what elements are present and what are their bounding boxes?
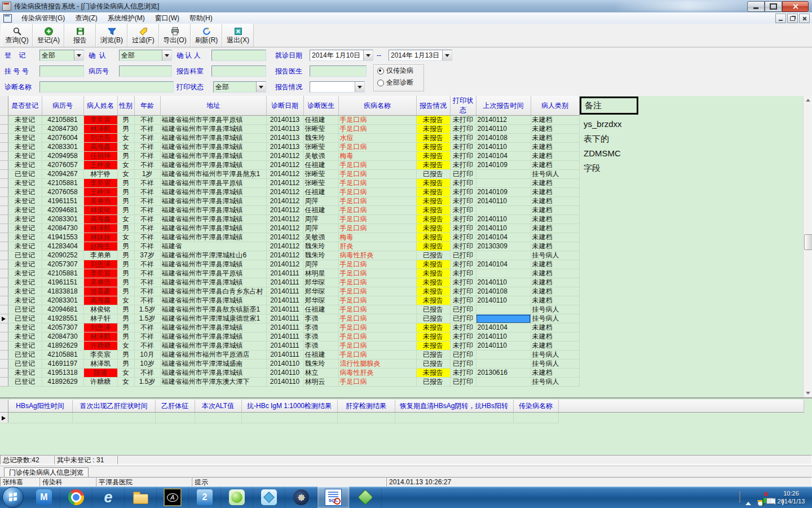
mdi-close-button[interactable]: [799, 14, 810, 23]
cell-last-report-time[interactable]: 20140110: [476, 143, 531, 152]
row-gutter[interactable]: [0, 152, 8, 161]
cell-diagnosis-date[interactable]: 20140113: [266, 116, 303, 125]
cell-registered[interactable]: 已登记: [8, 251, 42, 260]
cell-disease-name[interactable]: 肝炎: [338, 242, 416, 251]
row-gutter[interactable]: [0, 233, 8, 242]
cell-address[interactable]: 福建省福州市平潭潭城桂山6: [160, 251, 266, 260]
mdi-minimize-button[interactable]: [775, 14, 786, 23]
cell-age[interactable]: 不祥: [134, 233, 160, 242]
cell-last-report-time[interactable]: [476, 269, 531, 278]
keyboard-icon[interactable]: [739, 492, 740, 502]
cell-address[interactable]: 福建省福州市平潭县潭城镇: [160, 161, 266, 170]
row-gutter[interactable]: [0, 287, 8, 296]
cell-diagnosis-date[interactable]: 20140112: [266, 188, 303, 197]
cell-patient-category[interactable]: 未建档: [531, 323, 579, 332]
cell-age[interactable]: 不祥: [134, 269, 160, 278]
cell-last-report-time[interactable]: [476, 170, 531, 179]
cell-address[interactable]: 福建省福州市平潭县潭城镇: [160, 206, 266, 215]
cell-patient-name[interactable]: 林宇铮: [83, 170, 117, 179]
cell-patient-name[interactable]: 吴睿浩: [83, 278, 117, 287]
cell-address[interactable]: 福建省福州市平潭县敖东镇新垄1: [160, 305, 266, 314]
cell-registered[interactable]: 已登记: [8, 351, 42, 360]
cell-diagnosis-date[interactable]: 20140112: [266, 206, 303, 215]
cell-diagnosis-doctor[interactable]: 李强: [303, 323, 338, 332]
cell-disease-name[interactable]: 水痘: [338, 134, 416, 143]
cell-age[interactable]: 不祥: [134, 224, 160, 233]
cell-case-no[interactable]: 41892629: [42, 378, 83, 387]
cell-diagnosis-date[interactable]: 20140111: [266, 341, 303, 351]
cell-print-status[interactable]: 已打印: [450, 314, 476, 323]
taskbar-clock[interactable]: 10:26 2014/1/13: [773, 487, 810, 508]
cell-diagnosis-doctor[interactable]: 李强: [303, 341, 338, 351]
cell-print-status[interactable]: 未打印: [450, 206, 476, 215]
cell-address[interactable]: 福建省福州市平潭县潭城镇: [160, 152, 266, 161]
cell-diagnosis-date[interactable]: 20140110: [266, 378, 303, 387]
cell-diagnosis-doctor[interactable]: 郑华琛: [303, 278, 338, 287]
cell-diagnosis-date[interactable]: 20140111: [266, 269, 303, 278]
menu-item-4[interactable]: 帮助(H): [184, 13, 218, 23]
hep-cell-3[interactable]: [195, 413, 241, 423]
cell-patient-category[interactable]: 未建档: [531, 269, 579, 278]
cell-diagnosis-doctor[interactable]: 周萍: [303, 215, 338, 224]
cell-registered[interactable]: 已登记: [8, 314, 42, 323]
cell-address[interactable]: 福建省福州市平潭县潭城镇: [160, 296, 266, 305]
cell-age[interactable]: 37岁: [134, 251, 160, 260]
hep-column-header-5[interactable]: 肝穿检测结果: [337, 400, 395, 413]
cell-address[interactable]: 福建省福州市平潭县潭城镇: [160, 143, 266, 152]
hep-cell-2[interactable]: [155, 413, 195, 423]
cell-patient-category[interactable]: 未建档: [531, 134, 579, 143]
hep-column-header-0[interactable]: HBsAg阳性时间: [8, 400, 72, 413]
cell-diagnosis-doctor[interactable]: 林明星: [303, 269, 338, 278]
cell-age[interactable]: 不祥: [134, 179, 160, 188]
menu-item-3[interactable]: 窗口(W): [150, 13, 184, 23]
cell-patient-category[interactable]: 未建档: [531, 152, 579, 161]
cell-disease-name[interactable]: 手足口病: [338, 170, 416, 179]
cell-last-report-time[interactable]: 20140109: [476, 161, 531, 170]
cell-registered[interactable]: 未登记: [8, 224, 42, 233]
cell-case-no[interactable]: 42105881: [42, 351, 83, 360]
cell-print-status[interactable]: 未打印: [450, 197, 476, 206]
cell-disease-name[interactable]: 手足口病: [338, 278, 416, 287]
cell-print-status[interactable]: 已打印: [450, 360, 476, 369]
cell-disease-name[interactable]: 手足口病: [338, 287, 416, 296]
cell-sex[interactable]: 男: [117, 188, 134, 197]
cell-last-report-time[interactable]: 20140110: [476, 332, 531, 341]
cell-age[interactable]: 不祥: [134, 143, 160, 152]
cell-disease-name[interactable]: 手足口病: [338, 296, 416, 305]
cell-address[interactable]: 福建省福州市平潭县潭城镇: [160, 215, 266, 224]
cell-patient-name[interactable]: 林泽航: [83, 125, 117, 134]
mdi-restore-button[interactable]: [787, 14, 798, 23]
cell-age[interactable]: 不祥: [134, 134, 160, 143]
cell-report-status[interactable]: 未报告: [416, 134, 450, 143]
row-gutter[interactable]: [0, 242, 8, 251]
row-gutter[interactable]: [0, 224, 8, 233]
hep-cell-7[interactable]: [513, 413, 558, 423]
cell-age[interactable]: 不祥: [134, 332, 160, 341]
taskbar-app-compass[interactable]: [285, 487, 317, 508]
cell-case-no[interactable]: 42083301: [42, 215, 83, 224]
cell-print-status[interactable]: 未打印: [450, 341, 476, 351]
cell-last-report-time[interactable]: 20140104: [476, 152, 531, 161]
cell-case-no[interactable]: 41283404: [42, 242, 83, 251]
taskbar-app-app2[interactable]: 2: [189, 487, 221, 508]
cell-diagnosis-date[interactable]: 20140110: [266, 360, 303, 369]
cell-case-no[interactable]: 42105881: [42, 269, 83, 278]
cell-disease-name[interactable]: 手足口病: [338, 260, 416, 269]
cell-last-report-time[interactable]: [476, 360, 531, 369]
cell-last-report-time[interactable]: [476, 378, 531, 387]
cell-last-report-time[interactable]: 20140110: [476, 224, 531, 233]
column-header-registered[interactable]: 是否登记: [8, 96, 42, 116]
cell-print-status[interactable]: 未打印: [450, 143, 476, 152]
radio-all-diagnoses[interactable]: 全部诊断: [374, 77, 423, 89]
taskbar-app-cube[interactable]: [253, 487, 285, 508]
cell-sex[interactable]: 男: [117, 206, 134, 215]
taskbar-app-explorer[interactable]: [125, 487, 157, 508]
column-header-diagnosis-doctor[interactable]: 诊断医生: [303, 96, 338, 116]
toolbar-button-5[interactable]: 导出(O): [159, 24, 191, 47]
taskbar-app-ie[interactable]: e: [92, 487, 125, 508]
cell-report-status[interactable]: 已报告: [416, 305, 450, 314]
cell-disease-name[interactable]: 手足口病: [338, 323, 416, 332]
row-gutter[interactable]: [0, 278, 8, 287]
cell-diagnosis-date[interactable]: 20140112: [266, 152, 303, 161]
cell-registered[interactable]: 已登记: [8, 305, 42, 314]
